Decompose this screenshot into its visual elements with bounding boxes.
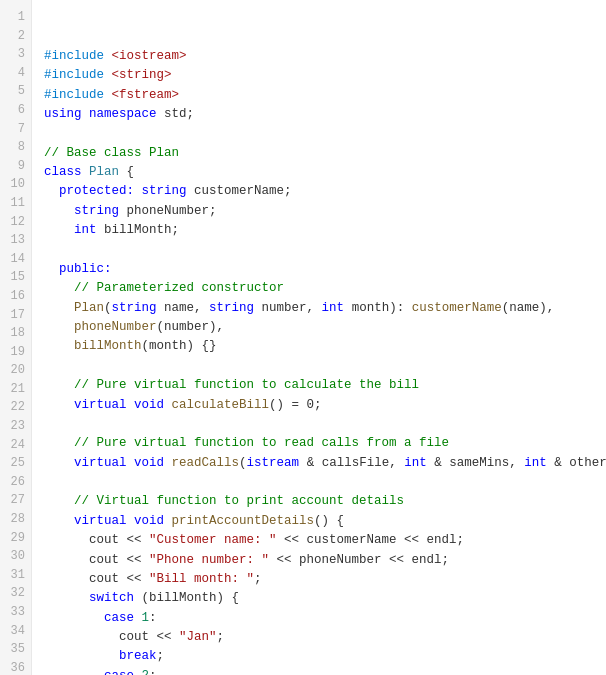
line-number: 25 [8,454,25,473]
code-line: cout << "Jan"; [44,628,606,647]
line-number: 1 [8,8,25,27]
line-number: 26 [8,473,25,492]
line-number: 23 [8,417,25,436]
line-number: 3 [8,45,25,64]
line-number: 2 [8,27,25,46]
code-line: cout << "Bill month: "; [44,570,606,589]
line-number: 27 [8,491,25,510]
line-number: 32 [8,584,25,603]
line-number: 10 [8,175,25,194]
line-number: 33 [8,603,25,622]
line-number: 30 [8,547,25,566]
code-line: break; [44,647,606,666]
code-line: virtual void calculateBill() = 0; [44,396,606,415]
code-content[interactable]: #include <iostream>#include <string>#inc… [32,0,606,675]
code-line: switch (billMonth) { [44,589,606,608]
code-line: // Pure virtual function to read calls f… [44,434,606,453]
code-line: // Pure virtual function to calculate th… [44,376,606,395]
code-line: case 1: [44,609,606,628]
code-line [44,124,606,143]
line-number: 29 [8,529,25,548]
code-line: virtual void printAccountDetails() { [44,512,606,531]
line-number: 22 [8,398,25,417]
line-number: 36 [8,659,25,675]
code-line: virtual void readCalls(istream & callsFi… [44,454,606,473]
code-line: case 2: [44,667,606,675]
code-line: protected: string customerName; [44,182,606,201]
line-number: 24 [8,436,25,455]
code-line: #include <iostream> [44,47,606,66]
code-line [44,415,606,434]
code-line: public: [44,260,606,279]
code-line: cout << "Phone number: " << phoneNumber … [44,551,606,570]
code-line: // Parameterized constructor [44,279,606,298]
code-line: // Base class Plan [44,144,606,163]
line-number: 34 [8,622,25,641]
line-number: 6 [8,101,25,120]
line-number: 28 [8,510,25,529]
line-number: 17 [8,306,25,325]
line-number: 19 [8,343,25,362]
code-line: Plan(string name, string number, int mon… [44,299,606,318]
code-line: // Virtual function to print account det… [44,492,606,511]
line-number: 20 [8,361,25,380]
line-number: 16 [8,287,25,306]
code-line: #include <string> [44,66,606,85]
line-number: 8 [8,138,25,157]
line-number: 12 [8,213,25,232]
line-number: 11 [8,194,25,213]
code-line: billMonth(month) {} [44,337,606,356]
code-line: string phoneNumber; [44,202,606,221]
line-number: 4 [8,64,25,83]
line-number: 21 [8,380,25,399]
line-number: 7 [8,120,25,139]
line-number: 31 [8,566,25,585]
line-number: 18 [8,324,25,343]
code-line: #include <fstream> [44,86,606,105]
code-line: using namespace std; [44,105,606,124]
code-editor: 1234567891011121314151617181920212223242… [0,0,606,675]
code-line: cout << "Customer name: " << customerNam… [44,531,606,550]
line-number: 13 [8,231,25,250]
code-line: class Plan { [44,163,606,182]
line-numbers: 1234567891011121314151617181920212223242… [0,0,32,675]
code-line: phoneNumber(number), [44,318,606,337]
line-number: 14 [8,250,25,269]
line-number: 5 [8,82,25,101]
code-line [44,241,606,260]
line-number: 9 [8,157,25,176]
code-line [44,473,606,492]
line-number: 15 [8,268,25,287]
code-line [44,357,606,376]
code-line: int billMonth; [44,221,606,240]
line-number: 35 [8,640,25,659]
